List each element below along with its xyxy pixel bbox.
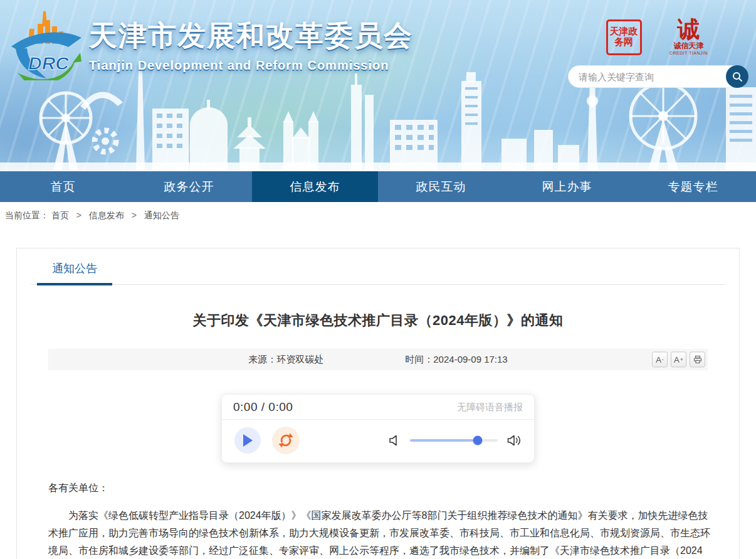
volume-control	[387, 434, 522, 447]
site-brand: DRC 天津市发展和改革委员会 Tianjin Development and …	[8, 9, 413, 80]
nav-item-home[interactable]: 首页	[0, 171, 126, 202]
article-tools: A- A+	[652, 352, 705, 368]
search-input[interactable]	[568, 65, 748, 88]
font-increase-button[interactable]: A+	[671, 352, 686, 368]
volume-slider-thumb[interactable]	[473, 436, 482, 445]
accessibility-audio-player: 0:00 / 0:00 无障碍语音播报	[221, 394, 535, 463]
volume-high-button[interactable]	[507, 434, 522, 447]
audio-player-caption: 无障碍语音播报	[457, 402, 523, 413]
site-title: 天津市发展和改革委员会	[89, 17, 413, 55]
audio-player-controls	[222, 420, 534, 462]
tabs-row: 通知公告	[31, 261, 725, 285]
replay-button[interactable]	[272, 427, 300, 454]
article-time: 时间：2024-09-09 17:13	[405, 354, 507, 366]
article-meta-bar: 来源：环资双碳处 时间：2024-09-09 17:13 A- A+	[48, 349, 708, 370]
search-button[interactable]	[726, 65, 748, 88]
audio-time-display: 0:00 / 0:00	[233, 400, 293, 414]
volume-high-icon	[507, 434, 522, 447]
article-paragraph: 为落实《绿色低碳转型产业指导目录（2024年版）》《国家发展改革委办公厅等8部门…	[48, 507, 711, 559]
tab-notices[interactable]: 通知公告	[37, 261, 112, 285]
play-icon	[242, 434, 253, 447]
audio-player-header: 0:00 / 0:00 无障碍语音播报	[222, 395, 534, 420]
increase-sign: +	[680, 357, 683, 363]
breadcrumb-link-home[interactable]: 首页	[51, 210, 69, 220]
header-right: 天津政务网 诚 诚信天津 CREDIT TIANJIN	[568, 18, 751, 88]
svg-text:DRC: DRC	[28, 53, 70, 73]
breadcrumb: 当前位置： 首页 > 信息发布 > 通知公告	[0, 202, 756, 228]
printer-icon	[693, 356, 702, 364]
volume-low-button[interactable]	[387, 434, 401, 447]
credit-seal-en-text: CREDIT TIANJIN	[664, 50, 713, 56]
breadcrumb-separator: >	[132, 210, 137, 220]
nav-item-info-release[interactable]: 信息发布	[252, 171, 378, 202]
time-value: 2024-09-09 17:13	[433, 354, 507, 365]
article-salutation: 各有关单位：	[48, 479, 711, 497]
nav-item-special-topics[interactable]: 专题专栏	[630, 171, 756, 202]
site-search	[568, 65, 748, 88]
nav-item-online-services[interactable]: 网上办事	[504, 171, 630, 202]
article-body: 各有关单位： 为落实《绿色低碳转型产业指导目录（2024年版）》《国家发展改革委…	[48, 479, 711, 559]
main-nav: 首页 政务公开 信息发布 政民互动 网上办事 专题专栏	[0, 171, 756, 202]
site-header: DRC 天津市发展和改革委员会 Tianjin Development and …	[0, 0, 756, 171]
source-value: 环资双碳处	[276, 354, 323, 365]
play-button[interactable]	[234, 427, 261, 454]
breadcrumb-separator: >	[76, 210, 81, 220]
credit-seal-cn-text: 诚信天津	[664, 41, 713, 50]
breadcrumb-link-notices[interactable]: 通知公告	[144, 210, 179, 220]
font-letter: A	[674, 355, 680, 365]
nav-item-gov-affairs[interactable]: 政务公开	[126, 171, 252, 202]
source-label: 来源：	[248, 354, 276, 365]
gov-seal-text: 天津政务网	[609, 26, 639, 48]
volume-slider[interactable]	[410, 439, 498, 442]
font-letter: A	[656, 355, 661, 365]
decrease-sign: -	[662, 357, 664, 363]
print-button[interactable]	[690, 352, 705, 368]
header-seals: 天津政务网 诚 诚信天津 CREDIT TIANJIN	[568, 18, 751, 56]
search-icon	[732, 71, 743, 82]
breadcrumb-link-info-release[interactable]: 信息发布	[89, 210, 124, 220]
tianjin-gov-network-seal[interactable]: 天津政务网	[606, 19, 642, 55]
font-decrease-button[interactable]: A-	[652, 352, 668, 368]
article-source: 来源：环资双碳处	[248, 354, 323, 366]
drc-logo: DRC	[8, 9, 84, 80]
credit-tianjin-seal[interactable]: 诚 诚信天津 CREDIT TIANJIN	[664, 18, 713, 56]
article-container: 通知公告 关于印发《天津市绿色技术推广目录（2024年版）》的通知 来源：环资双…	[16, 248, 740, 559]
breadcrumb-prefix: 当前位置：	[5, 210, 49, 220]
refresh-icon	[278, 432, 294, 449]
credit-seal-glyph: 诚	[664, 18, 713, 41]
site-subtitle: Tianjin Development and Reform Commissio…	[89, 58, 413, 73]
time-label: 时间：	[405, 354, 433, 365]
nav-item-interaction[interactable]: 政民互动	[378, 171, 504, 202]
volume-slider-fill	[410, 439, 478, 442]
volume-low-icon	[387, 434, 401, 447]
article-title: 关于印发《天津市绿色技术推广目录（2024年版）》的通知	[55, 311, 701, 330]
